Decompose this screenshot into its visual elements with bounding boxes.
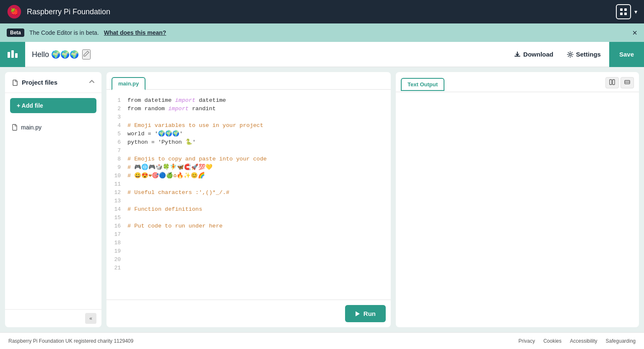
beta-message: The Code Editor is in beta. [29,29,99,36]
split-view-button[interactable] [605,77,619,88]
svg-point-9 [569,53,571,55]
svg-rect-6 [8,52,10,58]
output-body [396,92,639,327]
code-line: 15 [106,214,391,222]
line-number: 9 [106,163,127,172]
code-line: 2from random import randint [106,105,391,113]
code-editor-panel: main.py 1from datetime import datetime2f… [106,72,391,327]
save-button[interactable]: Save [609,42,644,67]
line-number: 7 [106,147,127,155]
footer-link-cookies[interactable]: Cookies [543,338,561,344]
line-code: # Emojis to copy and paste into your cod… [127,155,267,163]
full-view-button[interactable] [621,77,634,88]
toolbar-actions: Download Settings Save [509,42,637,67]
svg-rect-4 [620,13,623,15]
raspberry-pi-logo: 🍓 [7,4,22,19]
svg-rect-11 [613,80,615,85]
settings-button[interactable]: Settings [562,47,606,61]
line-number: 3 [106,113,127,122]
code-editor[interactable]: 1from datetime import datetime2from rand… [106,90,391,300]
code-line: 19 [106,247,391,256]
line-number: 19 [106,247,127,256]
chevron-up-icon [89,79,95,85]
line-code: world = '🌍🌍🌍' [127,130,183,138]
line-number: 13 [106,197,127,205]
editor-toolbar: Hello 🌍🌍🌍 Download Settings Save [0,42,644,67]
line-number: 16 [106,222,127,230]
output-view-buttons [605,77,634,88]
line-code: # Emoji variables to use in your project [127,122,263,130]
tab-text-output[interactable]: Text Output [401,78,444,91]
sidebar-collapse-area: « [5,309,101,327]
edit-project-name-button[interactable] [82,49,91,59]
code-line: 18 [106,239,391,247]
main-content: Project files + Add file main.py « [0,67,644,332]
footer-link-privacy[interactable]: Privacy [519,338,535,344]
download-icon [514,51,521,58]
editor-logo-icon [7,49,18,60]
site-title: Raspberry Pi Foundation [27,8,110,16]
line-code: from datetime import datetime [127,96,226,105]
output-header: Text Output [396,72,639,92]
line-number: 8 [106,155,127,163]
settings-icon [567,51,574,58]
line-number: 18 [106,239,127,247]
sidebar-title: Project files [22,79,57,86]
svg-rect-10 [610,80,612,85]
file-name: main.py [21,124,42,131]
pencil-icon [83,50,90,57]
code-line: 14# Function definitions [106,205,391,214]
collapse-sidebar-button[interactable] [89,79,95,86]
line-number: 11 [106,180,127,189]
code-line: 3 [106,113,391,122]
line-number: 1 [106,96,127,105]
nav-right: ▾ [616,4,637,19]
line-code: # Put code to run under here [127,222,223,230]
line-code: # Useful characters :',()*_/.# [127,189,229,197]
footer-link-accessibility[interactable]: Accessibility [570,338,597,344]
run-button[interactable]: Run [345,305,386,322]
svg-rect-5 [624,13,627,15]
beta-badge: Beta [7,28,24,37]
line-number: 21 [106,264,127,272]
beta-close-button[interactable]: × [632,28,637,38]
run-label: Run [364,310,376,317]
line-code: from random import randint [127,105,216,113]
nav-left: 🍓 Raspberry Pi Foundation [7,4,110,19]
footer-links: Privacy Cookies Accessibility Safeguardi… [519,338,636,344]
line-number: 2 [106,105,127,113]
footer-link-safeguarding[interactable]: Safeguarding [606,338,636,344]
svg-text:🍓: 🍓 [10,7,19,16]
download-button[interactable]: Download [509,47,558,61]
project-name-area: Hello 🌍🌍🌍 [32,49,509,59]
beta-learn-more-link[interactable]: What does this mean? [104,29,166,36]
grid-icon [620,8,627,16]
code-line: 16# Put code to run under here [106,222,391,230]
code-line: 8# Emojis to copy and paste into your co… [106,155,391,163]
line-number: 12 [106,189,127,197]
sidebar: Project files + Add file main.py « [5,72,101,327]
svg-rect-8 [15,53,18,58]
line-number: 6 [106,138,127,147]
svg-rect-7 [11,50,14,58]
file-icon [12,79,18,86]
sidebar-title-area: Project files [12,79,57,86]
code-line: 4# Emoji variables to use in your projec… [106,122,391,130]
line-number: 17 [106,230,127,239]
code-line: 7 [106,147,391,155]
tab-main-py[interactable]: main.py [112,77,145,90]
code-line: 13 [106,197,391,205]
sidebar-collapse-button[interactable]: « [85,313,96,324]
list-item[interactable]: main.py [5,120,101,135]
footer: Raspberry Pi Foundation UK registered ch… [0,332,644,349]
code-line: 5world = '🌍🌍🌍' [106,130,391,138]
run-button-area: Run [106,300,391,327]
file-document-icon [12,124,18,131]
code-line: 21 [106,264,391,272]
line-code: # 😀😍❤🎯🔵🍏♻🔥✨😊🌈 [127,172,205,180]
add-file-button[interactable]: + Add file [10,98,96,113]
grid-icon-button[interactable] [616,4,631,19]
output-panel: Text Output [396,72,639,327]
code-line: 9# 🎮🌐🎮🎲🍀🧚🦋🧲🚀💯💛 [106,163,391,172]
nav-chevron-button[interactable]: ▾ [634,8,637,15]
